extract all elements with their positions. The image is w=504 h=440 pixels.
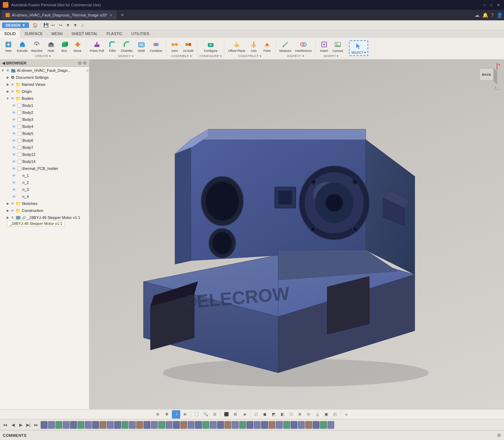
- grid-button[interactable]: ⊞: [231, 410, 240, 419]
- help-icon[interactable]: ?: [491, 12, 494, 18]
- timeline-item-20[interactable]: [180, 421, 187, 429]
- tree-item-body14[interactable]: 👁 Body14: [0, 158, 89, 165]
- timeline-prev-button[interactable]: ◀: [10, 422, 16, 428]
- timeline-item-38[interactable]: [313, 421, 320, 429]
- construct-axis-button[interactable]: Axis: [247, 39, 260, 54]
- asbuilt-joint-button[interactable]: As-built: [182, 39, 195, 54]
- undo-button[interactable]: ↩: [50, 22, 56, 28]
- chamfer-button[interactable]: Chamfer: [119, 39, 134, 54]
- tab-surface[interactable]: SURFACE: [20, 30, 47, 38]
- body2-eye[interactable]: 👁: [11, 110, 17, 115]
- body2-checkbox[interactable]: [17, 110, 22, 115]
- measure-button[interactable]: Measure: [278, 39, 293, 54]
- timeline-first-button[interactable]: ⏮: [2, 422, 8, 428]
- orbit-button[interactable]: ☽: [172, 410, 180, 419]
- root-expand[interactable]: ▼: [1, 68, 5, 73]
- move-copy-button[interactable]: Move: [71, 39, 84, 54]
- timeline-item-33[interactable]: [276, 421, 283, 429]
- redo-button[interactable]: ↪: [57, 22, 64, 28]
- fillet-button[interactable]: Fillet: [106, 39, 119, 54]
- timeline-item-14[interactable]: [136, 421, 143, 429]
- tree-item-sketches[interactable]: ▶ 👁 📁 Sketches: [0, 200, 89, 207]
- cloud-icon[interactable]: ☁: [475, 12, 479, 18]
- timeline-item-16[interactable]: [151, 421, 158, 429]
- minimize-button[interactable]: ─: [482, 2, 487, 8]
- tab-mesh[interactable]: MESH: [47, 30, 67, 38]
- stepper-motor-expand[interactable]: ▶: [6, 215, 10, 220]
- browser-collapse-icon[interactable]: ◀: [2, 61, 5, 66]
- tree-item-body1[interactable]: 👁 Body1: [0, 102, 89, 109]
- body5-eye[interactable]: 👁: [11, 131, 17, 136]
- bodies-expand[interactable]: ▼: [6, 96, 10, 101]
- render-mode-button[interactable]: ◈: [240, 410, 249, 419]
- tool-10[interactable]: ◰: [331, 410, 339, 419]
- comments-gear-icon[interactable]: ⚙: [497, 433, 501, 438]
- tree-item-n4[interactable]: 👁 n_4: [0, 193, 89, 200]
- tree-item-named-views[interactable]: ▶ 👁 📁 Named Views: [0, 81, 89, 88]
- look-button[interactable]: 👁: [181, 410, 189, 419]
- timeline-item-40[interactable]: [327, 421, 334, 429]
- tree-item-stepper-motor[interactable]: ▶ 👁 🔗 _28BYJ-48 Stepper Motor v1:1 _28BY…: [0, 214, 89, 221]
- origin-eye[interactable]: 👁: [10, 89, 15, 94]
- tree-root-item[interactable]: ▼ 👁 AI-driven_HVAC_Fault_Diagn... ⚙: [0, 67, 89, 74]
- timeline-item-15[interactable]: [144, 421, 150, 429]
- timeline-item-29[interactable]: [246, 421, 253, 429]
- position-marker-button[interactable]: ⊕: [154, 410, 162, 419]
- timeline-item-35[interactable]: [290, 421, 298, 429]
- joint-button[interactable]: Joint: [168, 39, 181, 54]
- body14-checkbox[interactable]: [17, 159, 22, 164]
- hole-button[interactable]: Hole: [45, 39, 57, 54]
- body4-checkbox[interactable]: [17, 124, 22, 129]
- timeline-item-27[interactable]: [232, 421, 239, 429]
- timeline-item-4[interactable]: [63, 421, 70, 429]
- browser-settings-icon[interactable]: ⚙: [83, 61, 87, 66]
- account-icon[interactable]: 👤: [497, 12, 503, 18]
- tool-1[interactable]: ◻: [252, 410, 260, 419]
- timeline-item-1[interactable]: [41, 421, 48, 429]
- n1-eye[interactable]: 👁: [11, 173, 17, 178]
- body4-eye[interactable]: 👁: [11, 124, 17, 129]
- timeline-item-32[interactable]: [268, 421, 275, 429]
- tree-item-n3[interactable]: 👁 n_3: [0, 186, 89, 193]
- body7-eye[interactable]: 👁: [11, 145, 17, 150]
- tab-close-button[interactable]: ✕: [110, 13, 112, 17]
- tab-sheet-metal[interactable]: SHEET METAL: [67, 30, 102, 38]
- timeline-item-34[interactable]: [283, 421, 290, 429]
- new-tab-button[interactable]: +: [118, 11, 126, 19]
- home-button[interactable]: 🏠: [32, 22, 38, 28]
- tool-3[interactable]: ◩: [270, 410, 278, 419]
- named-views-expand[interactable]: ▶: [6, 82, 10, 87]
- extrude-button[interactable]: Extrude: [15, 39, 29, 54]
- tool-6[interactable]: ⊗: [296, 410, 304, 419]
- tool-9[interactable]: ▣: [322, 410, 330, 419]
- timeline-item-36[interactable]: [298, 421, 305, 429]
- tree-item-n2[interactable]: 👁 n_2: [0, 179, 89, 186]
- root-options[interactable]: ⚙: [86, 69, 89, 73]
- home-view-button[interactable]: ⌂: [79, 22, 86, 28]
- press-pull-button[interactable]: Press Pull: [89, 39, 106, 54]
- timeline-item-5[interactable]: [70, 421, 77, 429]
- timeline-item-11[interactable]: [114, 421, 121, 429]
- timeline-last-button[interactable]: ⏭: [33, 422, 39, 428]
- timeline-item-3[interactable]: [55, 421, 62, 429]
- timeline-item-18[interactable]: [166, 421, 173, 429]
- construction-eye[interactable]: 👁: [10, 208, 15, 213]
- body3-eye[interactable]: 👁: [11, 117, 17, 122]
- tree-item-body12[interactable]: 👁 Body12: [0, 151, 89, 158]
- tree-item-body7[interactable]: 👁 Body7: [0, 144, 89, 151]
- timeline-item-21[interactable]: [188, 421, 195, 429]
- body6-checkbox[interactable]: [17, 138, 22, 143]
- tree-item-construction[interactable]: ▶ 👁 📁 Construction: [0, 207, 89, 214]
- timeline-item-17[interactable]: [158, 421, 165, 429]
- body7-checkbox[interactable]: [17, 145, 22, 150]
- root-eye-icon[interactable]: 👁: [5, 68, 10, 73]
- stepper-motor-eye[interactable]: 👁: [10, 215, 15, 220]
- timeline-item-13[interactable]: [129, 421, 136, 429]
- maximize-button[interactable]: □: [489, 2, 494, 8]
- timeline-item-30[interactable]: [254, 421, 261, 429]
- redo-dropdown[interactable]: ▼: [72, 22, 78, 28]
- sketches-expand[interactable]: ▶: [6, 201, 10, 206]
- insert-derive-button[interactable]: Insert: [318, 39, 330, 54]
- combine-button[interactable]: Combine: [148, 39, 164, 54]
- n4-eye[interactable]: 👁: [11, 194, 17, 199]
